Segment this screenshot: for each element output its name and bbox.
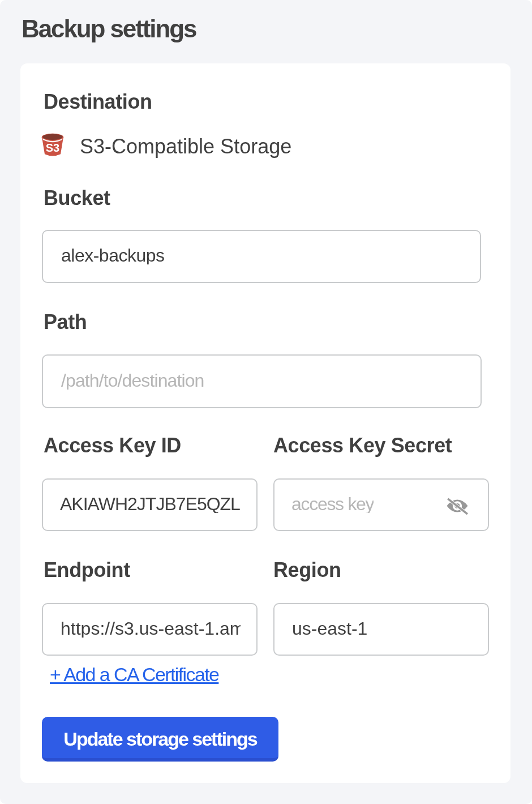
- svg-text:S3: S3: [46, 142, 59, 154]
